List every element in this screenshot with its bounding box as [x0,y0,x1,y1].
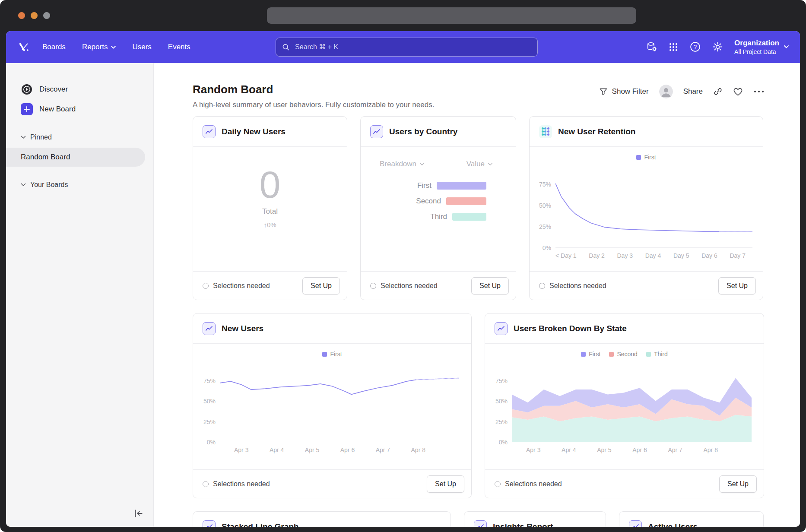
filter-funnel-icon [599,87,608,96]
chevron-down-icon [784,45,789,48]
line-chart-icon [203,322,216,335]
minimize-window-button[interactable] [31,12,38,19]
status-circle-icon [370,283,376,289]
new-users-line-chart [220,360,459,442]
card-title: Daily New Users [222,127,286,136]
page-subtitle: A high-level summary of user behaviors. … [193,101,434,109]
card-stacked-line-graph: Stacked Line Graph [193,511,451,527]
card-daily-new-users: Daily New Users 0 Total ↑0% [193,116,347,300]
selections-needed-status: Selections needed [495,480,562,488]
sidebar-item-random-board[interactable]: Random Board [6,148,145,167]
sidebar-item-new-board[interactable]: New Board [6,99,153,119]
heart-icon [733,87,743,96]
more-options-button[interactable] [753,90,765,93]
navbar-actions: ? Organization All Project Data [646,39,789,55]
y-axis-labels: 75%50%25%0% [492,360,512,442]
sidebar-item-discover[interactable]: Discover [6,79,153,99]
set-up-button[interactable]: Set Up [471,277,509,294]
page-title: Random Board [193,83,434,96]
search-icon [282,43,289,51]
plus-icon [21,103,33,115]
status-circle-icon [495,481,501,487]
line-chart-icon [629,520,642,527]
app-window: Boards Reports Users Events [6,31,800,527]
card-users-by-state: Users Broken Down By State FirstSecondTh… [485,313,764,498]
collapse-sidebar-button[interactable] [133,509,144,520]
nav-reports[interactable]: Reports [82,43,116,51]
data-management-icon[interactable] [646,41,657,53]
card-title: Active Users [648,522,698,527]
line-chart-icon [474,520,487,527]
org-selector[interactable]: Organization All Project Data [734,39,789,55]
card-title: New Users [222,324,263,333]
share-button[interactable]: Share [683,87,703,96]
sidebar-section-your-boards[interactable]: Your Boards [6,177,153,193]
copy-link-button[interactable] [713,87,723,96]
board-content: Random Board A high-level summary of use… [154,63,800,527]
chevron-down-icon [111,46,116,49]
avatar[interactable] [659,85,673,98]
chart-legend: FirstSecondThird [485,344,764,358]
status-circle-icon [539,283,545,289]
board-actions: Show Filter Share [599,85,765,98]
card-new-user-retention: New User Retention First 75%50%25%0% < D… [529,116,763,300]
url-bar[interactable] [267,7,636,24]
search-input[interactable] [294,43,531,51]
country-bar-chart: FirstSecondThird [361,181,516,221]
x-axis-labels: Apr 3Apr 4Apr 5Apr 6Apr 7Apr 8 [526,446,718,453]
card-title: Insights Report [493,522,553,527]
retention-line-chart [555,163,752,248]
line-chart-icon [370,125,383,138]
x-axis-labels: Apr 3Apr 4Apr 5Apr 6Apr 7Apr 8 [234,446,425,453]
card-users-by-country: Users by Country Breakdown Value [360,116,516,300]
window-titlebar [6,0,800,31]
line-chart-icon [203,125,216,138]
y-axis-labels: 75%50%25%0% [536,163,555,248]
set-up-button[interactable]: Set Up [719,475,757,493]
metric-label: Total [262,207,278,216]
set-up-button[interactable]: Set Up [718,277,756,294]
selections-needed-status: Selections needed [203,480,270,488]
card-new-users: New Users First 75%50%25%0% Apr 3Apr 4Ap… [193,313,472,498]
org-project-scope: All Project Data [734,48,779,55]
global-search[interactable] [276,38,538,57]
sidebar-section-pinned[interactable]: Pinned [6,130,153,145]
apps-grid-icon[interactable] [668,42,679,52]
chevron-down-icon [21,136,26,139]
window-frame: Boards Reports Users Events [0,0,806,532]
x-axis-labels: < Day 1Day 2Day 3Day 4Day 5Day 6Day 7 [555,252,746,259]
nav-users[interactable]: Users [132,43,151,51]
nav-events[interactable]: Events [168,43,190,51]
status-circle-icon [203,481,209,487]
show-filter-button[interactable]: Show Filter [599,87,649,96]
status-circle-icon [203,283,209,289]
card-insights-report: Insights Report [464,511,606,527]
set-up-button[interactable]: Set Up [427,475,464,493]
chevron-down-icon [420,163,424,166]
org-name: Organization [734,39,779,48]
card-title: Stacked Line Graph [222,522,298,527]
top-navbar: Boards Reports Users Events [6,31,800,63]
state-area-chart [512,360,752,442]
nav-boards[interactable]: Boards [42,43,66,51]
mixpanel-logo[interactable] [17,41,30,54]
y-axis-labels: 75%50%25%0% [200,360,220,442]
favorite-button[interactable] [733,87,743,96]
card-title: New User Retention [558,127,635,136]
help-icon[interactable]: ? [689,41,701,53]
traffic-lights [18,12,50,19]
zoom-window-button[interactable] [43,12,50,19]
value-dropdown[interactable]: Value [466,160,492,168]
sidebar: Discover New Board Pinned Random Board [6,63,154,527]
close-window-button[interactable] [18,12,25,19]
selections-needed-status: Selections needed [203,282,270,290]
line-chart-icon [203,520,216,527]
link-icon [713,87,723,96]
chart-legend: First [193,344,471,358]
set-up-button[interactable]: Set Up [302,277,340,294]
retention-grid-icon [539,125,552,138]
chevron-down-icon [488,163,492,166]
breakdown-dropdown[interactable]: Breakdown [380,160,424,168]
ellipsis-icon [753,90,765,93]
settings-gear-icon[interactable] [712,41,723,53]
